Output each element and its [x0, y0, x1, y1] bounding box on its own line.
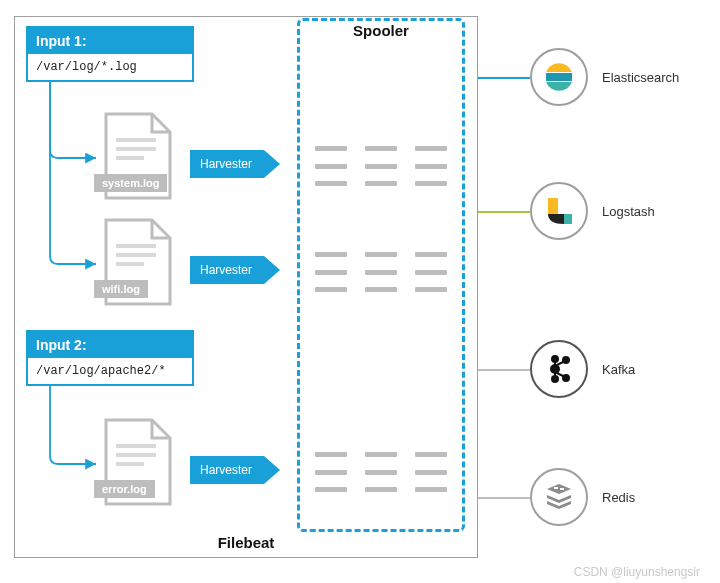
spool-data-3	[315, 452, 447, 492]
svg-point-16	[551, 365, 559, 373]
output-label-kafka: Kafka	[602, 362, 635, 377]
output-kafka	[530, 340, 588, 398]
output-redis	[530, 468, 588, 526]
svg-rect-7	[116, 453, 156, 457]
svg-rect-1	[116, 147, 156, 151]
svg-rect-3	[116, 244, 156, 248]
svg-rect-21	[560, 488, 564, 490]
svg-rect-2	[116, 156, 144, 160]
svg-point-18	[563, 357, 569, 363]
svg-point-17	[552, 376, 558, 382]
connector-logstash	[478, 211, 530, 213]
svg-rect-20	[554, 487, 558, 489]
output-label-elasticsearch: Elasticsearch	[602, 70, 679, 85]
logstash-icon	[542, 194, 576, 228]
elasticsearch-icon	[542, 60, 576, 94]
connector-kafka	[478, 369, 530, 371]
spool-data-1	[315, 146, 447, 186]
svg-point-19	[563, 375, 569, 381]
input-title-2: Input 2:	[28, 332, 192, 358]
connector-elasticsearch	[478, 77, 530, 79]
logfile-tag: wifi.log	[94, 280, 148, 298]
input-title-1: Input 1:	[28, 28, 192, 54]
filebeat-label: Filebeat	[15, 534, 477, 551]
spool-data-2	[315, 252, 447, 292]
redis-icon	[541, 479, 577, 515]
svg-rect-11	[564, 214, 572, 224]
output-elasticsearch	[530, 48, 588, 106]
svg-rect-10	[548, 198, 558, 214]
connector-redis	[478, 497, 530, 499]
svg-rect-5	[116, 262, 144, 266]
svg-point-15	[552, 356, 558, 362]
input-path-1: /var/log/*.log	[28, 54, 192, 80]
svg-rect-4	[116, 253, 156, 257]
logfile-tag: error.log	[94, 480, 155, 498]
logfile-wifi: wifi.log	[98, 218, 176, 308]
diagram-canvas: Filebeat Spooler Input 1: /var/log/*.log…	[0, 0, 720, 583]
input-block-1: Input 1: /var/log/*.log	[26, 26, 194, 82]
svg-rect-0	[116, 138, 156, 142]
input-path-2: /var/log/apache2/*	[28, 358, 192, 384]
output-label-logstash: Logstash	[602, 204, 655, 219]
harvester-arrow-2: Harvester	[190, 256, 264, 284]
output-logstash	[530, 182, 588, 240]
logfile-error: error.log	[98, 418, 176, 508]
svg-rect-9	[546, 73, 572, 81]
logfile-system: system.log	[98, 112, 176, 202]
harvester-arrow-1: Harvester	[190, 150, 264, 178]
output-label-redis: Redis	[602, 490, 635, 505]
logfile-tag: system.log	[94, 174, 167, 192]
input-block-2: Input 2: /var/log/apache2/*	[26, 330, 194, 386]
svg-rect-8	[116, 462, 144, 466]
svg-rect-6	[116, 444, 156, 448]
kafka-icon	[542, 352, 576, 386]
harvester-arrow-3: Harvester	[190, 456, 264, 484]
watermark: CSDN @liuyunshengsir	[574, 565, 700, 579]
spooler-label: Spooler	[297, 22, 465, 39]
